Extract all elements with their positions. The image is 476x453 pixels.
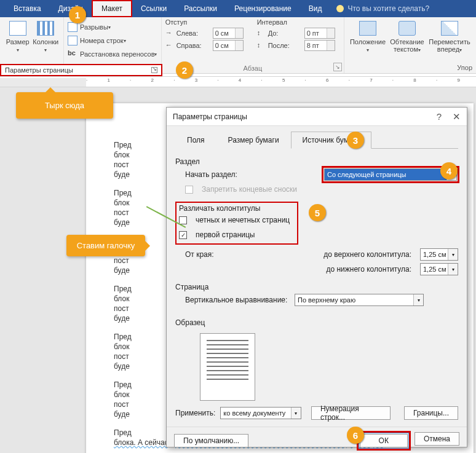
wrap-button[interactable]: Обтекание текстом▾ xyxy=(387,18,427,54)
wrap-icon xyxy=(399,21,416,36)
dialog-tabs: Поля Размер бумаги Источник бумаги xyxy=(175,131,458,149)
linenum-label: Номера строк xyxy=(80,37,124,44)
odd-even-check[interactable] xyxy=(179,216,187,224)
arrange-label: Упор xyxy=(457,64,472,71)
start-section-label: Начать раздел: xyxy=(185,170,253,179)
position-label: Положение xyxy=(350,38,386,45)
ruler[interactable]: · 1 · 2 · 3 · 4 · 5 · 6 · 7 · 8 · 9 · 10… xyxy=(0,76,476,87)
size-icon xyxy=(9,21,26,36)
valign-label: Вертикальное выравнивание: xyxy=(185,296,290,304)
dlg-tab-fields[interactable]: Поля xyxy=(175,132,216,149)
columns-button[interactable]: Колонки▾ xyxy=(32,18,60,54)
page-setup-bar: Параметры страницы xyxy=(0,64,162,76)
line-numbers-button[interactable]: Нумерация строк... xyxy=(311,406,391,420)
step-3: 3 xyxy=(347,132,364,149)
before-icon: ↕ xyxy=(257,29,266,37)
step-1: 1 xyxy=(69,6,86,23)
apply-label: Применить: xyxy=(175,409,215,417)
dialog-title: Параметры страницы xyxy=(173,112,247,121)
step-4: 4 xyxy=(440,162,458,179)
from-edge-label: От края: xyxy=(185,250,222,259)
header-dist-label: до верхнего колонтитула: xyxy=(323,250,411,259)
first-page-check[interactable]: ✓ xyxy=(179,231,187,239)
close-icon[interactable]: ✕ xyxy=(453,111,461,122)
headers-title: Различать колонтитулы xyxy=(179,204,295,213)
after-label: После: xyxy=(268,42,302,49)
tab-insert[interactable]: Вставка xyxy=(5,0,50,17)
spacing-before-input[interactable]: 0 пт xyxy=(304,28,335,39)
columns-label: Колонки xyxy=(33,38,58,45)
suppress-endnotes-label: Запретить концевые сноски xyxy=(202,185,297,194)
ok-button[interactable]: ОК xyxy=(360,434,408,447)
page-setup-label: Параметры страницы xyxy=(5,66,73,74)
callout-check: Ставим галочку xyxy=(66,235,145,256)
default-button[interactable]: По умолчанию... xyxy=(174,434,248,447)
apply-combo[interactable]: ко всему документу▾ xyxy=(220,407,301,419)
page-setup-dialog: Параметры страницы ? ✕ Поля Размер бумаг… xyxy=(166,107,467,447)
tab-layout[interactable]: Макет xyxy=(92,0,132,17)
tab-review[interactable]: Рецензирование xyxy=(226,0,300,17)
footer-dist-label: до нижнего колонтитула: xyxy=(326,265,411,274)
move-icon xyxy=(441,21,458,36)
start-section-combo[interactable]: Со следующей страницы ▾ xyxy=(324,168,457,181)
step-2: 2 xyxy=(176,61,193,79)
indent-label: Отступ xyxy=(165,18,244,26)
page-section-title: Страница xyxy=(175,280,458,293)
valign-combo[interactable]: По верхнему краю▾ xyxy=(295,294,424,306)
after-icon: ↕ xyxy=(257,41,266,50)
left-label: Слева: xyxy=(177,30,210,37)
suppress-endnotes-check xyxy=(185,186,193,194)
position-icon xyxy=(359,21,376,36)
indent-right-input[interactable]: 0 см xyxy=(213,40,244,51)
tell-me[interactable]: Что вы хотите сделать? xyxy=(330,0,435,17)
hyphen-label: Расстановка переносов xyxy=(80,50,154,58)
help-icon[interactable]: ? xyxy=(437,111,442,122)
breaks-button[interactable]: Разрывы ▾ xyxy=(68,21,157,33)
right-label: Справа: xyxy=(177,42,210,49)
before-label: До: xyxy=(268,30,302,37)
position-button[interactable]: Положение▾ xyxy=(348,18,387,54)
breaks-icon xyxy=(68,22,77,32)
indent-right-icon: ← xyxy=(165,41,174,50)
size-label: Размер xyxy=(6,38,30,45)
start-section-value: Со следующей страницы xyxy=(327,171,407,178)
columns-icon xyxy=(37,21,54,36)
odd-even-label: четных и нечетных страниц xyxy=(196,216,290,224)
callout-tyrk: Тырк сюда xyxy=(16,92,113,119)
hyphen-button[interactable]: bcРасстановка переносов ▾ xyxy=(68,48,157,60)
bring-forward-button[interactable]: Переместить вперед▾ xyxy=(427,18,472,54)
step-5: 5 xyxy=(309,204,326,221)
section-razdel-title: Раздел xyxy=(175,155,458,167)
indent-left-icon: → xyxy=(165,29,174,37)
cancel-button[interactable]: Отмена xyxy=(415,432,459,446)
move-label: Переместить вперед xyxy=(429,38,470,53)
dialog-titlebar: Параметры страницы ? ✕ xyxy=(167,108,467,126)
tell-me-label: Что вы хотите сделать? xyxy=(347,4,429,13)
bulb-icon xyxy=(336,5,344,12)
tab-view[interactable]: Вид xyxy=(300,0,331,17)
header-dist-input[interactable]: 1,25 см▾ xyxy=(420,248,458,261)
page-setup-launcher[interactable] xyxy=(151,67,157,73)
linenum-icon xyxy=(68,36,77,45)
tab-references[interactable]: Ссылки xyxy=(132,0,175,17)
tab-mailings[interactable]: Рассылки xyxy=(175,0,226,17)
paragraph-launcher[interactable]: ↘ xyxy=(333,63,342,71)
preview xyxy=(200,333,255,401)
indent-left-input[interactable]: 0 см xyxy=(213,28,244,39)
hyphen-icon: bc xyxy=(68,49,77,59)
borders-button[interactable]: Границы... xyxy=(404,406,458,420)
first-page-label: первой страницы xyxy=(196,230,255,239)
interval-label: Интервал xyxy=(257,18,335,26)
spacing-after-input[interactable]: 8 пт xyxy=(304,40,335,51)
breaks-label: Разрывы xyxy=(80,23,108,31)
dlg-tab-paper-size[interactable]: Размер бумаги xyxy=(216,132,291,149)
size-button[interactable]: Размер▾ xyxy=(4,18,32,54)
step-6: 6 xyxy=(347,427,364,444)
linenum-button[interactable]: Номера строк ▾ xyxy=(68,34,157,47)
footer-dist-input[interactable]: 1,25 см▾ xyxy=(420,263,458,275)
sample-title: Образец xyxy=(175,316,458,328)
